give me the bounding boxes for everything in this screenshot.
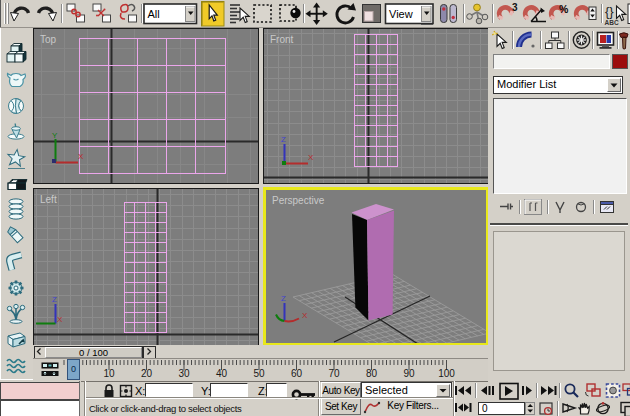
svg-text:Left: Left — [40, 194, 57, 205]
svg-text:Z: Z — [52, 295, 57, 304]
svg-text:50: 50 — [253, 368, 265, 379]
svg-text:Perspective: Perspective — [272, 195, 325, 206]
svg-text:10: 10 — [103, 368, 115, 379]
svg-text:%: % — [559, 3, 569, 15]
svg-text:100: 100 — [438, 368, 455, 379]
svg-text:{}: {} — [605, 4, 614, 19]
svg-text:60: 60 — [291, 368, 303, 379]
svg-text:X: X — [308, 153, 314, 162]
svg-text:0: 0 — [482, 403, 488, 414]
svg-text:X: X — [57, 315, 63, 324]
svg-text:Front: Front — [270, 34, 294, 45]
svg-text:3: 3 — [512, 2, 518, 13]
svg-text:80: 80 — [366, 368, 378, 379]
svg-text:Y: Y — [52, 131, 58, 140]
svg-text:20: 20 — [141, 368, 153, 379]
svg-text:90: 90 — [403, 368, 415, 379]
svg-text:Z: Z — [281, 135, 286, 144]
svg-text:30: 30 — [178, 368, 190, 379]
svg-text:70: 70 — [328, 368, 340, 379]
svg-text:X: X — [78, 152, 84, 161]
svg-text:40: 40 — [216, 368, 228, 379]
svg-text:ABC: ABC — [605, 19, 619, 26]
svg-text:View: View — [389, 8, 413, 20]
svg-text:All: All — [148, 8, 160, 20]
svg-text:Z: Z — [281, 294, 286, 303]
svg-text:X: X — [302, 311, 308, 320]
svg-text:Top: Top — [40, 34, 57, 45]
